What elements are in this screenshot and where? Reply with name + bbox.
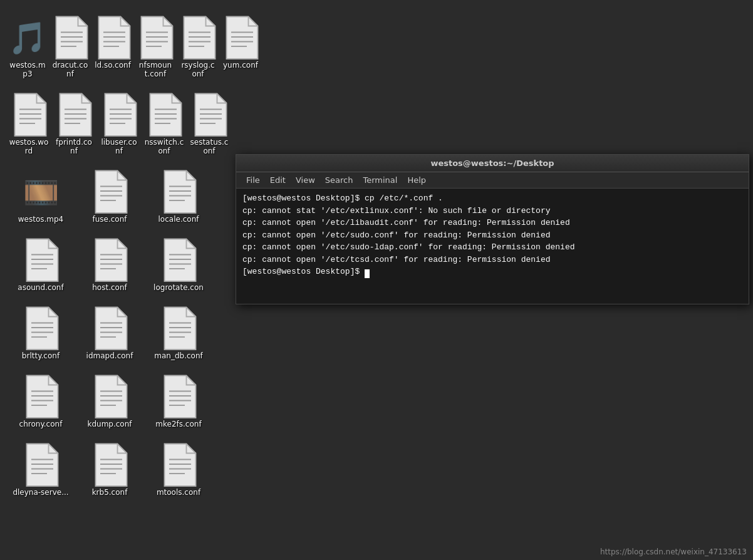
doc-icon [91, 308, 128, 349]
file-label: asound.conf [18, 283, 63, 292]
file-label: rsyslog.conf [179, 61, 217, 78]
terminal-menubar: File Edit View Search Terminal Help [236, 172, 749, 189]
file-fprintd-conf[interactable]: fprintd.conf [51, 90, 96, 160]
doc-icon [100, 95, 138, 135]
file-host-conf[interactable]: host.conf [75, 235, 144, 297]
doc-icon [160, 445, 197, 485]
file-chrony-conf[interactable]: chrony.conf [6, 371, 75, 433]
file-label: host.conf [92, 283, 127, 292]
file-label: westos.word [9, 138, 49, 155]
file-label: mtools.conf [157, 488, 200, 497]
doc-icon [51, 18, 89, 58]
doc-icon [22, 445, 60, 485]
doc-icon [91, 376, 128, 417]
file-row-5: brltty.conf idmapd.conf [6, 303, 232, 365]
doc-icon [137, 18, 174, 58]
terminal-menu-terminal[interactable]: Terminal [358, 174, 402, 186]
doc-icon [160, 240, 197, 281]
file-fuse-conf[interactable]: fuse.conf [75, 167, 144, 229]
doc-icon [91, 240, 128, 281]
watermark: https://blog.csdn.net/weixin_47133613 [600, 547, 747, 556]
file-mke2fs-conf[interactable]: mke2fs.conf [144, 371, 213, 433]
file-libuser-conf[interactable]: libuser.conf [96, 90, 142, 160]
desktop: 🎵 westos.mp3 dracut.conf [0, 0, 753, 560]
doc-icon [22, 240, 60, 281]
file-row-2: westos.word fprintd.conf [6, 90, 232, 160]
file-westos-mp4[interactable]: 🎞️ westos.mp4 [6, 167, 75, 229]
terminal-title: westos@westos:~/Desktop [430, 158, 554, 168]
doc-icon [222, 18, 259, 58]
file-asound-conf[interactable]: asound.conf [6, 235, 75, 297]
file-label: idmapd.conf [86, 351, 133, 360]
doc-icon [179, 18, 217, 58]
file-label: ld.so.conf [95, 61, 131, 70]
file-idmapd-conf[interactable]: idmapd.conf [75, 303, 144, 365]
file-ld-so-conf[interactable]: ld.so.conf [91, 13, 134, 83]
doc-icon [94, 18, 132, 58]
music-file-icon: 🎵 [9, 18, 46, 58]
doc-icon [91, 445, 128, 485]
file-rsyslog-conf[interactable]: rsyslog.conf [177, 13, 219, 83]
doc-icon [55, 95, 93, 135]
file-label: man_db.conf [154, 351, 202, 360]
file-nsswitch-conf[interactable]: nsswitch.conf [142, 90, 187, 160]
file-mtools-conf[interactable]: mtools.conf [144, 440, 213, 502]
file-row-6: chrony.conf kdump.conf [6, 371, 232, 433]
doc-icon [160, 308, 197, 349]
terminal-window: westos@westos:~/Desktop File Edit View S… [236, 154, 749, 304]
file-label: mke2fs.conf [155, 420, 201, 428]
file-row-1: 🎵 westos.mp3 dracut.conf [6, 13, 232, 83]
file-label: logrotate.con [153, 283, 204, 292]
file-row-7: dleyna-serve... krb5.conf [6, 440, 232, 502]
file-krb5-conf[interactable]: krb5.conf [75, 440, 144, 502]
file-label: fprintd.conf [54, 138, 94, 155]
file-westos-mp3[interactable]: 🎵 westos.mp3 [6, 13, 49, 83]
file-label: fuse.conf [92, 215, 127, 224]
file-label: locale.conf [158, 215, 199, 224]
file-man-db-conf[interactable]: man_db.conf [144, 303, 213, 365]
file-label: nsswitch.conf [144, 138, 184, 155]
file-label: westos.mp3 [9, 61, 46, 78]
file-kdump-conf[interactable]: kdump.conf [75, 371, 144, 433]
doc-icon [160, 172, 197, 212]
video-file-icon: 🎞️ [22, 172, 60, 212]
file-label: chrony.conf [19, 420, 63, 428]
file-label: sestatus.conf [189, 138, 229, 155]
doc-icon [91, 172, 128, 212]
file-locale-conf[interactable]: locale.conf [144, 167, 213, 229]
file-yum-conf[interactable]: yum.conf [219, 13, 262, 83]
doc-icon [22, 376, 60, 417]
file-brltty-conf[interactable]: brltty.conf [6, 303, 75, 365]
file-label: yum.conf [223, 61, 258, 70]
file-label: nfsmount.conf [137, 61, 174, 78]
terminal-menu-edit[interactable]: Edit [265, 174, 291, 186]
doc-icon [160, 376, 197, 417]
file-nfsmount-conf[interactable]: nfsmount.conf [134, 13, 177, 83]
terminal-menu-search[interactable]: Search [320, 174, 358, 186]
file-label: dracut.conf [51, 61, 89, 78]
doc-icon [10, 95, 48, 135]
file-label: dleyna-serve... [13, 488, 68, 497]
doc-icon [145, 95, 183, 135]
file-logrotate-conf[interactable]: logrotate.con [144, 235, 213, 297]
file-row-3: 🎞️ westos.mp4 fuse.conf [6, 167, 232, 229]
file-label: brltty.conf [22, 351, 60, 360]
file-dracut-conf[interactable]: dracut.conf [49, 13, 91, 83]
files-area: 🎵 westos.mp3 dracut.conf [0, 6, 238, 560]
file-row-4: asound.conf host.conf [6, 235, 232, 297]
file-dleyna-serve[interactable]: dleyna-serve... [6, 440, 75, 502]
terminal-titlebar: westos@westos:~/Desktop [236, 155, 749, 172]
file-label: krb5.conf [92, 488, 128, 497]
file-sestatus-conf[interactable]: sestatus.conf [187, 90, 232, 160]
terminal-body[interactable]: [westos@westos Desktop]$ cp /etc/*.conf … [236, 189, 749, 304]
terminal-menu-help[interactable]: Help [402, 174, 431, 186]
doc-icon [190, 95, 228, 135]
file-westos-word[interactable]: westos.word [6, 90, 51, 160]
file-label: libuser.conf [99, 138, 139, 155]
terminal-menu-file[interactable]: File [241, 174, 265, 186]
terminal-menu-view[interactable]: View [291, 174, 320, 186]
file-label: kdump.conf [87, 420, 132, 428]
doc-icon [22, 308, 60, 349]
file-label: westos.mp4 [18, 215, 64, 224]
